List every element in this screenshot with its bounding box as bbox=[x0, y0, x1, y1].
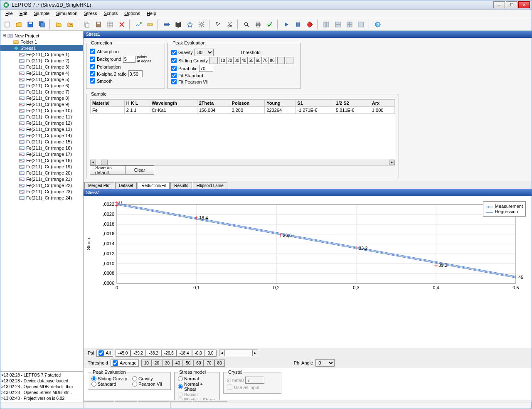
tab-reduction-fit[interactable]: Reduction/Fit bbox=[138, 182, 170, 189]
print-icon[interactable] bbox=[253, 20, 263, 30]
tree-item[interactable]: ⊟New Project bbox=[0, 32, 83, 39]
psi-scrollbar[interactable]: ◄► bbox=[219, 350, 258, 356]
tab-merged-plot[interactable]: Merged Plot bbox=[84, 182, 114, 189]
polarisation-checkbox[interactable] bbox=[90, 64, 95, 69]
thresh-10[interactable]: 10 bbox=[141, 360, 152, 367]
threshold-60[interactable]: 60 bbox=[254, 57, 262, 64]
gravity-checkbox[interactable] bbox=[171, 50, 177, 55]
gravity-select[interactable]: 30 bbox=[195, 49, 214, 56]
stop-icon[interactable] bbox=[305, 20, 315, 30]
tree-item[interactable]: Fe(211)_Cr (range 17) bbox=[0, 151, 83, 157]
gravity-radio[interactable] bbox=[132, 376, 137, 381]
fit-standard-checkbox[interactable] bbox=[171, 73, 177, 78]
thresh-80[interactable]: 80 bbox=[214, 360, 225, 367]
layout2-icon[interactable] bbox=[333, 20, 343, 30]
threshold-80[interactable]: 80 bbox=[268, 57, 276, 64]
close-button[interactable]: ✕ bbox=[518, 1, 530, 8]
open-icon[interactable] bbox=[14, 20, 24, 30]
sliding-more-button[interactable]: ... bbox=[209, 57, 218, 64]
layout1-icon[interactable] bbox=[321, 20, 331, 30]
ruler-icon[interactable] bbox=[145, 20, 155, 30]
menu-simulation[interactable]: Simulation bbox=[53, 10, 81, 18]
tree-item[interactable]: Fe(211)_Cr (range 21) bbox=[0, 176, 83, 182]
gear-icon[interactable] bbox=[197, 20, 207, 30]
menu-help[interactable]: Help bbox=[143, 10, 160, 18]
cut-icon[interactable] bbox=[225, 20, 235, 30]
psi-0,0[interactable]: 0,0 bbox=[205, 350, 217, 357]
background-input[interactable] bbox=[123, 56, 135, 63]
tree-item[interactable]: Fe(211)_Cr (range 5) bbox=[0, 76, 83, 82]
maximize-button[interactable]: ☐ bbox=[506, 1, 517, 8]
tree-item[interactable]: Fe(211)_Cr (range 12) bbox=[0, 120, 83, 126]
tree-item[interactable]: Fe(211)_Cr (range 22) bbox=[0, 182, 83, 188]
tree-item[interactable]: Fe(211)_Cr (range 18) bbox=[0, 157, 83, 163]
pause-icon[interactable] bbox=[293, 20, 303, 30]
tree-item[interactable]: Fe(211)_Cr (range 9) bbox=[0, 101, 83, 107]
tree-item[interactable]: Fe(211)_Cr (range 16) bbox=[0, 145, 83, 151]
psi-all-checkbox[interactable] bbox=[99, 350, 104, 356]
thresh-70[interactable]: 70 bbox=[204, 360, 214, 367]
tree-item[interactable]: Fe(211)_Cr (range 8) bbox=[0, 95, 83, 101]
star-icon[interactable] bbox=[185, 20, 195, 30]
tree-item[interactable]: Fe(211)_Cr (range 10) bbox=[0, 107, 83, 113]
clear-button[interactable]: Clear bbox=[125, 165, 154, 175]
kalpha-checkbox[interactable] bbox=[90, 71, 95, 76]
normal-shear-radio[interactable] bbox=[178, 384, 183, 389]
layout3-icon[interactable] bbox=[345, 20, 355, 30]
minimize-button[interactable]: – bbox=[493, 1, 505, 8]
menu-sample[interactable]: Sample bbox=[31, 10, 53, 18]
tree-item[interactable]: Fe(211)_Cr (range 7) bbox=[0, 89, 83, 95]
thresh-60[interactable]: 60 bbox=[193, 360, 204, 367]
psi--33,2[interactable]: -33,2 bbox=[146, 350, 161, 357]
threshold-20[interactable]: 20 bbox=[226, 57, 234, 64]
threshold-30[interactable]: 30 bbox=[233, 57, 241, 64]
play-icon[interactable] bbox=[281, 20, 291, 30]
delete-icon[interactable] bbox=[117, 20, 127, 30]
menu-options[interactable]: Options bbox=[121, 10, 143, 18]
cursor-icon[interactable] bbox=[213, 20, 223, 30]
kalpha-input[interactable] bbox=[128, 70, 143, 77]
threshold-50[interactable]: 50 bbox=[247, 57, 255, 64]
tree-item[interactable]: ⊟Stress1 bbox=[0, 45, 83, 51]
tree-item[interactable]: Folder 1 bbox=[0, 39, 83, 45]
parabolic-checkbox[interactable] bbox=[171, 66, 177, 71]
tree-item[interactable]: Fe(211)_Cr (range 23) bbox=[0, 188, 83, 195]
thresh-20[interactable]: 20 bbox=[152, 360, 162, 367]
run-icon[interactable] bbox=[162, 20, 172, 30]
thresh-50[interactable]: 50 bbox=[183, 360, 193, 367]
fit-pearson-checkbox[interactable] bbox=[171, 79, 177, 84]
tree-item[interactable]: Fe(211)_Cr (range 24) bbox=[0, 195, 83, 201]
layout4-icon[interactable] bbox=[356, 20, 366, 30]
project-tree[interactable]: ⊟New ProjectFolder 1⊟Stress1Fe(211)_Cr (… bbox=[0, 31, 83, 371]
save-icon[interactable] bbox=[25, 20, 35, 30]
tree-item[interactable]: Fe(211)_Cr (range 1) bbox=[0, 51, 83, 57]
tree-item[interactable]: Fe(211)_Cr (range 4) bbox=[0, 70, 83, 76]
plot-area[interactable]: ,0006,0008,0010,0012,0014,0016,0018,0020… bbox=[84, 196, 532, 348]
tree-item[interactable]: Fe(211)_Cr (range 2) bbox=[0, 57, 83, 64]
average-checkbox[interactable] bbox=[113, 360, 118, 366]
psi--45,0[interactable]: -45,0 bbox=[116, 350, 131, 357]
book-icon[interactable] bbox=[173, 20, 183, 30]
tab-results[interactable]: Results bbox=[170, 182, 192, 189]
tree-item[interactable]: Fe(211)_Cr (range 13) bbox=[0, 126, 83, 132]
tree-item[interactable]: Fe(211)_Cr (range 20) bbox=[0, 170, 83, 176]
menu-stress[interactable]: Stress bbox=[81, 10, 100, 18]
phi-angle-select[interactable]: 0 bbox=[315, 359, 335, 367]
zoom-icon[interactable] bbox=[241, 20, 251, 30]
threshold-40[interactable]: 40 bbox=[240, 57, 248, 64]
tree-item[interactable]: Fe(211)_Cr (range 15) bbox=[0, 138, 83, 145]
sliding-radio[interactable] bbox=[91, 376, 96, 381]
menu-scripts[interactable]: Scripts bbox=[101, 10, 121, 18]
thresh-40[interactable]: 40 bbox=[172, 360, 183, 367]
tree-item[interactable]: Fe(211)_Cr (range 3) bbox=[0, 64, 83, 70]
grid-scrollbar[interactable]: ◄► bbox=[90, 159, 395, 165]
psi--39,2[interactable]: -39,2 bbox=[131, 350, 146, 357]
sliding-gravity-checkbox[interactable] bbox=[171, 58, 177, 63]
save-default-button[interactable]: Save as default bbox=[90, 165, 126, 175]
threshold-70[interactable]: 70 bbox=[261, 57, 269, 64]
tab-dataset[interactable]: Dataset bbox=[115, 182, 137, 189]
standard-radio[interactable] bbox=[91, 382, 96, 387]
psi--0,0[interactable]: -0,0 bbox=[192, 350, 205, 357]
thresh-extra2[interactable] bbox=[286, 57, 293, 64]
threshold-10[interactable]: 10 bbox=[219, 57, 227, 64]
